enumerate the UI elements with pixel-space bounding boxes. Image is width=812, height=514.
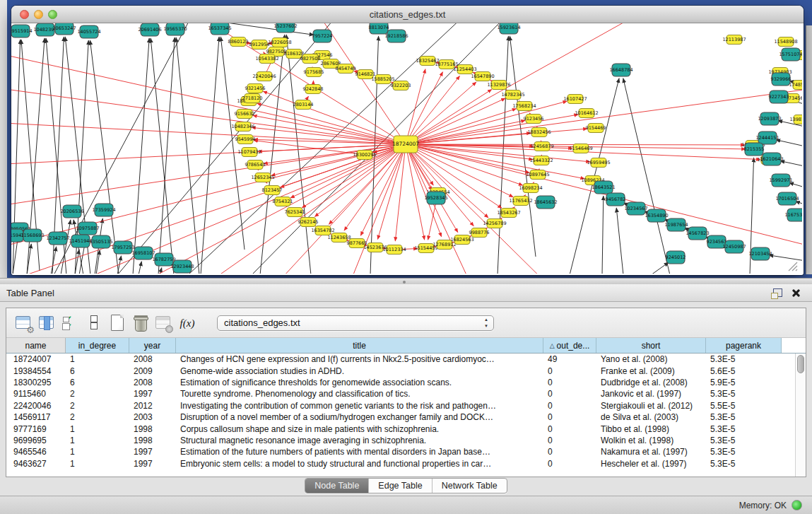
column-header-in_degree[interactable]: in_degree xyxy=(66,338,129,353)
graph-node[interactable]: 10112334 xyxy=(382,245,406,255)
cell-in_degree[interactable]: 2 xyxy=(66,401,129,411)
cell-name[interactable]: 9465546 xyxy=(6,447,66,457)
tab-node-table[interactable]: Node Table xyxy=(305,479,368,493)
graph-node[interactable]: 7625341 xyxy=(285,208,305,217)
graph-node[interactable]: 9156632 xyxy=(235,110,255,119)
cell-pagerank[interactable]: 5.9E-5 xyxy=(706,378,782,387)
graph-node[interactable]: 15237602 xyxy=(273,23,297,33)
cell-out_de[interactable]: 0 xyxy=(543,436,596,445)
graph-node[interactable]: 9154469 xyxy=(586,124,606,133)
graph-node[interactable]: 9321456 xyxy=(245,84,266,93)
column-header-out_de[interactable]: △out_de... xyxy=(543,338,596,353)
graph-node[interactable]: 17359924 xyxy=(92,204,115,216)
graph-node[interactable]: 16547890 xyxy=(471,72,494,81)
graph-node[interactable]: 20691406 xyxy=(138,23,161,36)
cell-out_de[interactable]: 0 xyxy=(543,366,596,376)
graph-node[interactable]: 18226058 xyxy=(268,38,291,47)
graph-node[interactable]: 19218586 xyxy=(384,30,408,42)
table-row[interactable]: 1938455462009Genome-wide association stu… xyxy=(6,365,795,376)
graph-node[interactable]: 7957224 xyxy=(312,30,333,42)
float-panel-icon[interactable] xyxy=(773,288,782,297)
cell-in_degree[interactable]: 1 xyxy=(66,424,129,434)
graph-node[interactable]: 8454749 xyxy=(336,64,356,74)
cell-year[interactable]: 1997 xyxy=(129,459,176,469)
graph-node[interactable]: 9827508 xyxy=(300,54,321,64)
graph-node[interactable]: 11079432 xyxy=(237,148,261,157)
cell-title[interactable]: Estimation of the future numbers of pati… xyxy=(176,447,543,457)
cell-in_degree[interactable]: 1 xyxy=(66,447,129,457)
cell-year[interactable]: 1998 xyxy=(129,436,176,445)
graph-node[interactable]: 13505135 xyxy=(89,235,112,248)
graph-node[interactable]: 19515914 xyxy=(11,25,33,37)
cell-in_degree[interactable]: 2 xyxy=(66,389,129,399)
graph-node[interactable]: 11329876 xyxy=(487,81,510,90)
cell-in_degree[interactable]: 2 xyxy=(66,412,129,422)
graph-node[interactable]: 9786543 xyxy=(245,160,266,170)
tab-network-table[interactable]: Network Table xyxy=(432,479,507,493)
graph-node[interactable]: 9322203 xyxy=(391,81,411,90)
column-header-pagerank[interactable]: pagerank xyxy=(706,338,782,353)
cell-pagerank[interactable]: 5.5E-5 xyxy=(706,401,782,411)
cell-out_de[interactable]: 0 xyxy=(543,401,596,411)
cell-in_degree[interactable]: 6 xyxy=(66,378,129,387)
cell-title[interactable]: Estimation of significance thresholds fo… xyxy=(176,378,543,387)
graph-node[interactable]: 10897645 xyxy=(526,170,549,180)
cell-title[interactable]: Tourette syndrome. Phenomenology and cla… xyxy=(176,389,543,399)
graph-node[interactable]: 16098234 xyxy=(519,184,542,193)
graph-node[interactable]: 16537345 xyxy=(208,23,231,35)
graph-node[interactable]: 18645632 xyxy=(534,196,557,209)
cell-name[interactable]: 18724007 xyxy=(6,354,66,364)
graph-node[interactable]: 10653247 xyxy=(52,23,76,35)
cell-out_de[interactable]: 0 xyxy=(543,424,596,434)
graph-node[interactable]: 14567823 xyxy=(686,227,709,240)
graph-node[interactable]: 8813074 xyxy=(369,23,389,34)
graph-node[interactable]: 12342757 xyxy=(46,232,69,245)
trash-icon[interactable] xyxy=(130,313,151,333)
graph-node[interactable]: 12444151 xyxy=(755,132,779,144)
table-row[interactable]: 2242004622012Investigating the contribut… xyxy=(6,400,795,411)
cell-title[interactable]: Genome-wide association studies in ADHD. xyxy=(176,366,543,376)
graph-node[interactable]: 17016504 xyxy=(775,192,799,205)
memory-status-indicator[interactable] xyxy=(792,500,802,510)
cell-year[interactable]: 2008 xyxy=(129,354,176,364)
cell-title[interactable]: Corpus callosum shape and size in male p… xyxy=(176,424,543,434)
table-columns-icon[interactable] xyxy=(37,313,58,333)
graph-node[interactable]: 18643521 xyxy=(592,181,615,194)
cell-pagerank[interactable]: 5.3E-5 xyxy=(706,459,782,469)
graph-node[interactable]: 9988776 xyxy=(469,228,490,238)
cell-pagerank[interactable]: 5.3E-5 xyxy=(706,447,782,457)
cell-short[interactable]: Yano et al. (2008) xyxy=(596,354,706,364)
cell-out_de[interactable]: 0 xyxy=(543,378,596,387)
table-row[interactable]: 969969511998Structural magnetic resonanc… xyxy=(6,435,795,446)
graph-node[interactable]: 15923614 xyxy=(497,23,520,34)
graph-node[interactable]: 12113987 xyxy=(722,35,746,45)
graph-node[interactable]: 14055724 xyxy=(77,25,100,38)
cell-name[interactable]: 9463627 xyxy=(6,459,66,469)
network-graph-canvas[interactable]: 1872400793214561860123491566321048234695… xyxy=(11,23,802,274)
column-header-title[interactable]: title xyxy=(176,338,543,353)
graph-node[interactable]: 16959495 xyxy=(587,158,610,168)
cell-title[interactable]: Investigating the contribution of common… xyxy=(176,401,543,411)
graph-node[interactable]: 9242848 xyxy=(303,85,324,94)
graph-node[interactable]: 9123456 xyxy=(524,115,544,124)
select-columns-icon[interactable] xyxy=(60,313,81,333)
cell-pagerank[interactable]: 5.6E-5 xyxy=(706,366,782,376)
graph-node[interactable]: 15443322 xyxy=(529,156,553,165)
cell-in_degree[interactable]: 1 xyxy=(66,459,129,469)
cell-short[interactable]: Jankovic et al. (1997) xyxy=(596,389,706,399)
column-header-year[interactable]: year xyxy=(129,338,176,353)
cell-short[interactable]: Wolkin et al. (1998) xyxy=(596,436,706,445)
graph-node[interactable]: 20206536 xyxy=(60,205,83,218)
minimize-window-button[interactable] xyxy=(34,10,43,19)
column-header-short[interactable]: short xyxy=(596,338,706,353)
graph-node[interactable]: 11568693 xyxy=(20,229,44,242)
table-row[interactable]: 977716911998Corpus callosum shape and si… xyxy=(6,423,795,434)
new-table-icon[interactable] xyxy=(107,313,128,333)
cell-name[interactable]: 19384554 xyxy=(6,366,66,376)
cell-pagerank[interactable]: 5.3E-5 xyxy=(706,424,782,434)
graph-node[interactable]: 8215355 xyxy=(744,143,765,156)
graph-node[interactable]: 11987654 xyxy=(664,218,688,231)
graph-node[interactable]: 14256789 xyxy=(483,219,506,228)
graph-node[interactable]: 16354890 xyxy=(645,209,668,222)
cell-out_de[interactable]: 49 xyxy=(543,354,596,364)
